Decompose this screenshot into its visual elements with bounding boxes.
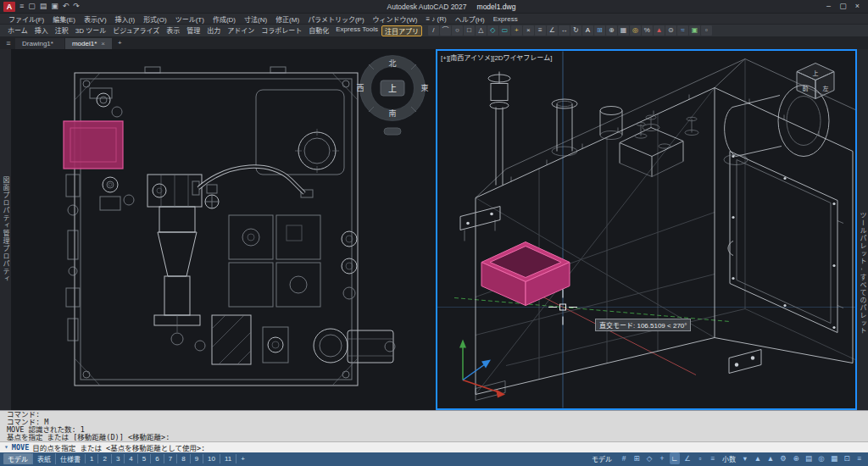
menu-express[interactable]: Express — [489, 15, 522, 23]
viewcube[interactable]: 上 前 左 — [797, 64, 834, 99]
menu-format[interactable]: 形式(O) — [139, 14, 171, 24]
region-tool-icon[interactable]: ▭ — [499, 25, 510, 36]
maximize-button[interactable]: ▢ — [836, 1, 850, 12]
application-menu-icon[interactable]: ≡ — [18, 1, 25, 12]
layout-tab-10[interactable]: 10 — [203, 454, 220, 463]
compass-west-label[interactable]: 西 — [356, 84, 364, 92]
table-tool-icon[interactable]: ⊞ — [594, 25, 605, 36]
layout-tab-spec[interactable]: 仕様書 — [55, 453, 85, 464]
menu-parametric[interactable]: パラメトリック(P) — [303, 14, 368, 24]
polygon-tool-icon[interactable]: △ — [476, 25, 487, 36]
hatch-tool-icon[interactable]: ◇ — [487, 25, 498, 36]
workspace-switching-icon[interactable]: ⚙ — [778, 452, 788, 464]
grid-display-icon[interactable]: # — [619, 452, 629, 464]
command-options-icon[interactable]: ▾ — [4, 443, 8, 451]
spline-tool-icon[interactable]: ≈ — [677, 25, 688, 36]
menu-insert[interactable]: 挿入(I) — [111, 14, 140, 24]
move-tool-icon[interactable]: ↔ — [559, 25, 570, 36]
ribbon-tab-collaborate[interactable]: コラボレート — [258, 25, 305, 36]
file-tabs-menu-icon[interactable]: ≡ — [2, 39, 15, 47]
layout-tab-8[interactable]: 8 — [176, 454, 189, 463]
compass-east-label[interactable]: 東 — [420, 83, 428, 92]
rotate-tool-icon[interactable]: ↻ — [570, 25, 581, 36]
save-icon[interactable]: ▣ — [49, 1, 60, 12]
point-tool-icon[interactable]: ⊙ — [665, 25, 676, 36]
close-tab-icon[interactable]: × — [101, 40, 105, 47]
tool-palettes-tab[interactable]: ツールパレット - すべてのパレット — [858, 212, 867, 335]
customization-icon[interactable]: ≡ — [854, 452, 865, 464]
scale-tool-icon[interactable]: % — [642, 25, 653, 36]
insert-tool-icon[interactable]: ⊕ — [606, 25, 617, 36]
ribbon-tab-visualize[interactable]: ビジュアライズ — [109, 25, 163, 36]
open-icon[interactable]: ▤ — [38, 1, 49, 12]
viewport-controls-label[interactable]: [+][南西アイソメ][2Dワイヤフレーム] — [441, 53, 552, 62]
osnap-tool-icon[interactable]: ▫ — [701, 25, 712, 36]
layout-tab-6[interactable]: 6 — [150, 454, 163, 463]
menu-dimension[interactable]: 寸法(N) — [240, 14, 271, 24]
iso-view-drawing[interactable]: 上 前 左 — [437, 51, 855, 408]
polar-tracking-icon[interactable]: ∠ — [682, 452, 693, 464]
menu-view[interactable]: 表示(V) — [80, 14, 111, 24]
clean-screen-icon[interactable]: ⊡ — [842, 452, 852, 464]
ribbon-tab-output[interactable]: 出力 — [203, 25, 224, 36]
erase-tool-icon[interactable]: × — [523, 25, 534, 36]
snap-mode-icon[interactable]: ⊞ — [632, 452, 642, 464]
line-tool-icon[interactable]: / — [428, 25, 439, 36]
menu-edit[interactable]: 編集(E) — [48, 14, 80, 24]
text-tool-icon[interactable]: A — [582, 25, 593, 36]
menubar-misc-icons[interactable]: ≡ ♪ (R) — [421, 15, 450, 23]
infer-constraints-icon[interactable]: ◇ — [644, 452, 654, 464]
minimize-button[interactable]: – — [821, 1, 836, 12]
compass-center-label[interactable]: 上 — [388, 84, 397, 93]
ribbon-tab-express-tools[interactable]: Express Tools — [332, 25, 381, 36]
layers-tool-icon[interactable]: ≡ — [535, 25, 546, 36]
plan-view-drawing[interactable]: 北 西 東 南 上 — [11, 49, 436, 410]
compass-pivot-handle[interactable] — [384, 128, 401, 135]
layout-tab-cover[interactable]: 表紙 — [32, 453, 55, 464]
doc-tab-drawing1[interactable]: Drawing1* — [15, 38, 64, 49]
ribbon-tab-insert[interactable]: 挿入 — [31, 25, 52, 36]
circle-tool-icon[interactable]: ○ — [452, 25, 463, 36]
model-space-button[interactable]: モデル — [592, 454, 612, 463]
object-snap-icon[interactable]: ▫ — [695, 452, 705, 464]
arc-tool-icon[interactable]: ⌒ — [440, 25, 451, 36]
compass-south-label[interactable]: 南 — [388, 108, 396, 118]
annotation-visibility-icon[interactable]: ▲ — [753, 452, 763, 464]
new-drawing-icon[interactable]: ▢ — [26, 1, 37, 12]
ribbon-tab-manage[interactable]: 管理 — [183, 25, 203, 36]
menu-window[interactable]: ウィンドウ(W) — [369, 14, 422, 24]
angle-tool-icon[interactable]: ∠ — [547, 25, 558, 36]
layout-tab-4[interactable]: 4 — [124, 454, 136, 463]
block-tool-icon[interactable]: ▣ — [689, 25, 700, 36]
lineweight-icon[interactable]: ≡ — [708, 452, 718, 464]
annotation-monitor-icon[interactable]: ⊕ — [791, 452, 801, 464]
layout-tab-2[interactable]: 2 — [97, 454, 110, 463]
annotation-autoscale-icon[interactable]: ▲ — [765, 452, 776, 464]
doc-tab-model1[interactable]: model1* × — [65, 38, 112, 49]
selected-box[interactable] — [481, 242, 570, 306]
rectangle-tool-icon[interactable]: □ — [464, 25, 475, 36]
redo-icon[interactable]: ↷ — [71, 1, 81, 12]
close-button[interactable]: × — [850, 1, 865, 12]
graphics-performance-icon[interactable]: ▦ — [829, 452, 839, 464]
viewcube-left-label[interactable]: 左 — [823, 85, 829, 92]
view-compass[interactable]: 北 西 東 南 上 — [356, 56, 428, 136]
isolate-objects-icon[interactable]: ◎ — [816, 452, 826, 464]
command-input-row[interactable]: ▾ MOVE 目的点を指定 または <基点を移動距離として使用>: — [0, 441, 868, 452]
grid-tool-icon[interactable]: ▦ — [618, 25, 629, 36]
quick-properties-icon[interactable]: ▤ — [804, 452, 814, 464]
add-tool-icon[interactable]: + — [511, 25, 522, 36]
menu-modify[interactable]: 修正(M) — [271, 14, 303, 24]
layout-tab-11[interactable]: 11 — [220, 454, 236, 463]
ribbon-tab-featured-apps[interactable]: 注目アプリ — [381, 25, 422, 36]
layout-tab-3[interactable]: 3 — [111, 454, 124, 463]
ribbon-tab-automate[interactable]: 自動化 — [305, 25, 332, 36]
undo-icon[interactable]: ↶ — [61, 1, 71, 12]
layout-tab-5[interactable]: 5 — [137, 454, 150, 463]
viewcube-front-label[interactable]: 前 — [803, 85, 809, 92]
new-document-tab-button[interactable]: + — [113, 39, 127, 47]
menu-file[interactable]: ファイル(F) — [4, 14, 48, 24]
ortho-mode-icon[interactable]: ∟ — [670, 452, 680, 464]
render-tool-icon[interactable]: ◎ — [630, 25, 641, 36]
layout-tab-9[interactable]: 9 — [190, 454, 203, 463]
